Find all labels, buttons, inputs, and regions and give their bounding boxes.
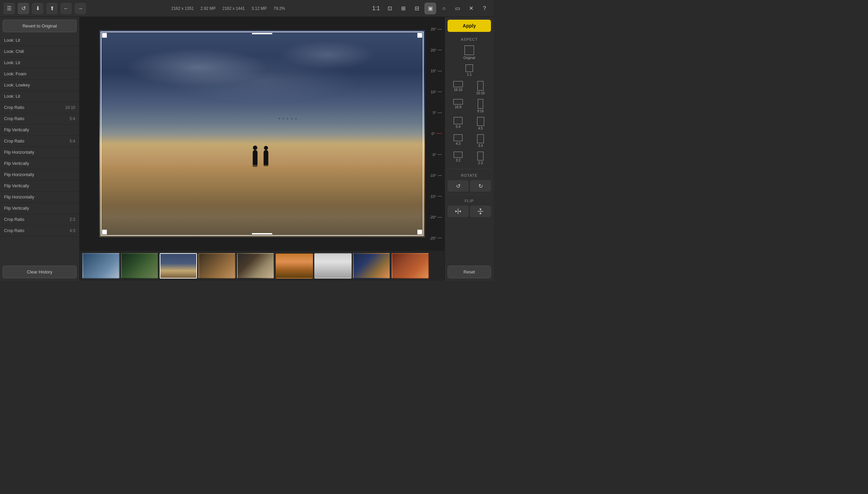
tick-line (438, 113, 442, 113)
ruler-label-n15: -15° (430, 194, 436, 198)
history-item-value-7: 5:4 (70, 116, 75, 121)
history-item-1[interactable]: Look: Chill (0, 46, 79, 57)
history-item-12[interactable]: Flip Horizontally (0, 169, 79, 180)
history-item-label-5: Look: Lit (4, 94, 20, 99)
filmstrip-thumb-9[interactable] (392, 253, 429, 279)
cross-tool-button[interactable]: ✕ (465, 3, 477, 14)
filmstrip-thumb-7[interactable] (314, 253, 352, 279)
ruler-tick-20: 20° (428, 48, 445, 52)
history-item-7[interactable]: Crop Ratio5:4 (0, 113, 79, 125)
share-button[interactable]: ⬆ (46, 3, 58, 14)
rotate-grid: ↺ ↻ (445, 179, 494, 193)
ruler-label-n20: -20° (430, 215, 436, 219)
rect-tool-button[interactable]: ▭ (452, 3, 463, 14)
aspect-label-10-16: 10:16 (476, 91, 485, 95)
history-item-8[interactable]: Flip Vertically (0, 125, 79, 136)
fit-button[interactable]: ⊡ (384, 3, 395, 14)
revert-button[interactable]: Revert to Original (3, 20, 77, 32)
rotate-ccw-button[interactable]: ↺ (448, 180, 469, 192)
aspect-grid: 16:10 10:16 16:9 9:16 5:4 4:5 (445, 78, 494, 168)
silhouette-1 (253, 150, 257, 167)
aspect-item-5-4[interactable]: 5:4 (448, 116, 469, 132)
history-item-14[interactable]: Flip Horizontally (0, 192, 79, 203)
history-item-17[interactable]: Crop Ratio4:3 (0, 225, 79, 236)
menu-button[interactable]: ☰ (3, 3, 15, 14)
history-list: Look: LitLook: ChillLook: LitLook: FoamL… (0, 35, 79, 263)
zoom-percent: 79.2% (274, 6, 285, 11)
compare-button[interactable]: ⊞ (397, 3, 409, 14)
undo-button[interactable]: ← (60, 3, 72, 14)
aspect-icon-3-2 (454, 152, 462, 158)
aspect-icon-1-1 (466, 64, 473, 72)
aspect-item-16-10[interactable]: 16:10 (448, 80, 469, 96)
filmstrip-thumb-6[interactable] (276, 253, 313, 279)
aspect-item-9-16[interactable]: 9:16 (470, 98, 491, 114)
history-item-4[interactable]: Look: Lowkey (0, 80, 79, 91)
history-item-9[interactable]: Crop Ratio5:4 (0, 136, 79, 147)
history-item-10[interactable]: Flip Horizontally (0, 147, 79, 158)
history-button[interactable]: ↺ (18, 3, 29, 14)
aspect-label-9-16: 9:16 (477, 109, 484, 113)
history-item-16[interactable]: Crop Ratio2:3 (0, 214, 79, 225)
history-item-13[interactable]: Flip Vertically (0, 180, 79, 192)
filmstrip-thumb-4[interactable] (198, 253, 236, 279)
apply-button[interactable]: Apply (448, 20, 491, 32)
history-item-6[interactable]: Crop Ratio16:10 (0, 102, 79, 113)
angle-ruler: 25° 20° 15° 10° 5° (428, 17, 445, 250)
redo-button[interactable]: → (75, 3, 86, 14)
aspect-original-item[interactable]: Original (461, 44, 478, 61)
history-item-5[interactable]: Look: Lit (0, 91, 79, 102)
aspect-item-3-4[interactable]: 3:4 (470, 133, 491, 149)
aspect-original-row[interactable]: Original (445, 43, 494, 62)
tick-line-zero (436, 133, 442, 134)
canvas-container[interactable]: ∧ ∧ ∧ ∧ ∧ 25° (80, 17, 445, 250)
aspect-1-1-item[interactable]: 1:1 (464, 63, 474, 78)
filmstrip-thumb-5[interactable] (237, 253, 274, 279)
circle-tool-button[interactable]: ○ (438, 3, 450, 14)
info-button[interactable]: ⊟ (411, 3, 422, 14)
aspect-item-2-3[interactable]: 2:3 (470, 150, 491, 166)
filmstrip-thumb-2[interactable] (121, 253, 158, 279)
flip-horizontal-button[interactable] (448, 206, 469, 217)
aspect-1-1-row[interactable]: 1:1 (445, 62, 494, 78)
aspect-icon-16-9 (453, 99, 463, 104)
aspect-item-4-3[interactable]: 4:3 (448, 133, 469, 149)
aspect-item-3-2[interactable]: 3:2 (448, 150, 469, 166)
divider-1 (448, 169, 491, 169)
tick-line (438, 92, 442, 92)
aspect-label-16-10: 16:10 (454, 88, 462, 92)
help-button[interactable]: ? (479, 3, 490, 14)
ruler-label-n10: -10° (430, 173, 436, 177)
filmstrip-thumb-1[interactable] (82, 253, 120, 279)
crop-tool-button[interactable]: ▣ (425, 3, 436, 14)
download-button[interactable]: ⬇ (32, 3, 43, 14)
filmstrip (80, 250, 445, 281)
history-item-label-14: Flip Horizontally (4, 195, 34, 200)
history-item-11[interactable]: Flip Vertically (0, 158, 79, 169)
reset-button[interactable]: Reset (448, 266, 491, 278)
aspect-item-16-9[interactable]: 16:9 (448, 98, 469, 114)
zoom-1-1-button[interactable]: 1:1 (370, 3, 382, 14)
rotate-cw-button[interactable]: ↻ (470, 180, 491, 192)
filmstrip-thumb-8[interactable] (353, 253, 390, 279)
flip-grid (445, 204, 494, 218)
flip-vertical-button[interactable] (470, 206, 491, 217)
silhouette-2 (263, 150, 268, 166)
svg-marker-2 (459, 210, 461, 212)
aspect-label-1-1: 1:1 (467, 73, 472, 76)
history-item-3[interactable]: Look: Foam (0, 69, 79, 80)
filmstrip-thumb-3[interactable] (160, 253, 197, 279)
history-item-label-3: Look: Foam (4, 72, 26, 76)
topbar-left: ☰ ↺ ⬇ ⬆ ← → (3, 3, 86, 14)
aspect-item-4-5[interactable]: 4:5 (470, 116, 491, 132)
sidebar-left: Revert to Original Look: LitLook: ChillL… (0, 17, 80, 281)
history-item-2[interactable]: Look: Lit (0, 57, 79, 69)
flip-v-icon (477, 208, 484, 215)
history-item-15[interactable]: Flip Vertically (0, 203, 79, 214)
aspect-item-10-16[interactable]: 10:16 (470, 80, 491, 96)
ruler-tick-5: 5° (428, 111, 445, 115)
clear-history-button[interactable]: Clear History (3, 266, 77, 278)
history-item-label-9: Crop Ratio (4, 139, 24, 144)
history-item-0[interactable]: Look: Lit (0, 35, 79, 46)
history-item-label-10: Flip Horizontally (4, 150, 34, 155)
